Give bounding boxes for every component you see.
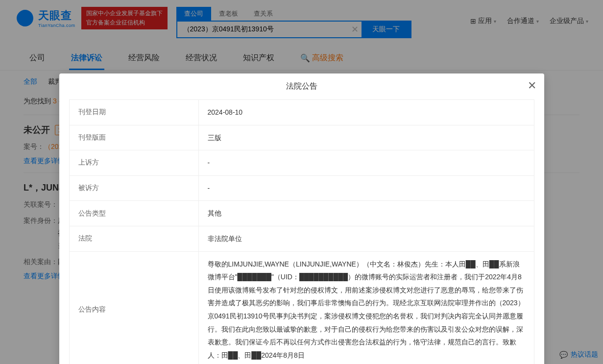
- detail-row-publish-date: 刊登日期 2024-08-10: [70, 100, 534, 125]
- detail-row-appellee: 被诉方 -: [70, 176, 534, 201]
- modal-header: 法院公告 ✕: [59, 73, 544, 99]
- detail-row-notice-type: 公告类型 其他: [70, 201, 534, 226]
- detail-row-appellant: 上诉方 -: [70, 150, 534, 176]
- modal-title: 法院公告: [286, 81, 317, 92]
- modal-body: 刊登日期 2024-08-10 刊登版面 三版 上诉方 - 被诉方 - 公告类型: [59, 99, 544, 288]
- court-notice-modal: 法院公告 ✕ 刊登日期 2024-08-10 刊登版面 三版 上诉方 - 被诉方: [59, 73, 544, 288]
- detail-row-court: 法院 非法院单位: [70, 226, 534, 252]
- close-icon[interactable]: ✕: [528, 80, 536, 91]
- detail-row-content: 公告内容 尊敬的LIMJUNJIE,WAYNE（LINJUNJIE,WAYNE）…: [70, 252, 534, 288]
- detail-table: 刊登日期 2024-08-10 刊登版面 三版 上诉方 - 被诉方 - 公告类型: [69, 99, 534, 288]
- modal-overlay[interactable]: 法院公告 ✕ 刊登日期 2024-08-10 刊登版面 三版 上诉方 - 被诉方: [0, 0, 603, 288]
- detail-row-edition: 刊登版面 三版: [70, 125, 534, 151]
